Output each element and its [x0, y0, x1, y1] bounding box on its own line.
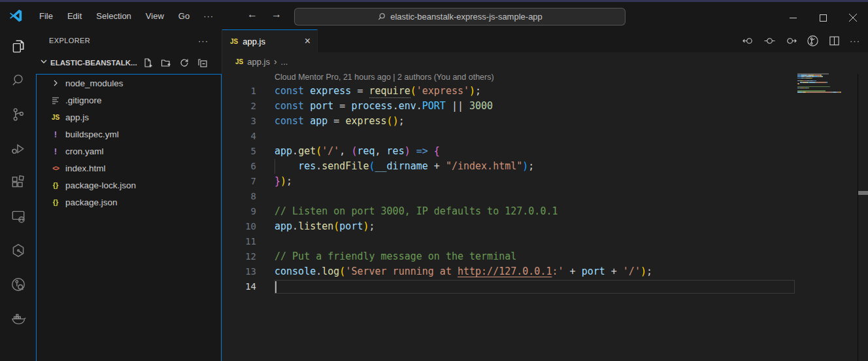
run-debug-icon[interactable]: [0, 131, 36, 165]
tree-item-.gitignore[interactable]: .gitignore: [37, 92, 221, 109]
new-file-icon[interactable]: [142, 58, 153, 68]
vscode-window: FileEditSelectionViewGo ··· ← → elastic-…: [0, 0, 868, 361]
docker-icon[interactable]: [0, 301, 36, 335]
tree-item-node_modules[interactable]: node_modules: [37, 75, 221, 92]
scrollbar[interactable]: [858, 74, 868, 361]
tab-appjs[interactable]: app.js ×: [222, 29, 318, 52]
new-folder-icon[interactable]: [161, 58, 171, 68]
code-text: const app = express();: [275, 114, 405, 129]
line-number[interactable]: 8: [222, 189, 275, 204]
tree-item-buildspec.yml[interactable]: buildspec.yml: [37, 126, 221, 143]
line-number[interactable]: 1: [222, 84, 275, 99]
search-value: elastic-beanstalk-express-js-sample-app: [390, 12, 542, 22]
indent-guide: [275, 159, 275, 174]
extensions-icon[interactable]: [0, 165, 36, 199]
workspace-section-header[interactable]: ELASTIC-BEANSTALK...: [36, 52, 222, 74]
code-text: const port = process.env.PORT || 3000: [275, 99, 493, 114]
tab-close-icon[interactable]: ×: [305, 36, 310, 46]
editor-more-actions[interactable]: ···: [850, 36, 860, 46]
code-line-5[interactable]: 5app.get('/', (req, res) => {: [222, 144, 868, 159]
code-editor[interactable]: Cloud Mentor Pro, 21 hours ago | 2 autho…: [222, 71, 868, 294]
tree-item-app.js[interactable]: app.js: [37, 109, 221, 126]
line-number[interactable]: 14: [222, 279, 275, 294]
line-number[interactable]: 10: [222, 219, 275, 234]
code-line-8[interactable]: 8: [222, 189, 868, 204]
codelens-blame[interactable]: Cloud Mentor Pro, 21 hours ago | 2 autho…: [222, 71, 868, 84]
code-text: app.get('/', (req, res) => {: [275, 144, 440, 159]
maximize-icon[interactable]: [808, 4, 838, 31]
refresh-icon[interactable]: [179, 58, 190, 68]
file-label: node_modules: [65, 78, 124, 88]
file-label: package-lock.json: [65, 180, 136, 190]
explorer-more-button[interactable]: ···: [198, 36, 209, 46]
code-line-7[interactable]: 7});: [222, 174, 868, 189]
js-icon: [50, 112, 61, 122]
code-text: app.listen(port);: [275, 219, 375, 234]
line-number[interactable]: 13: [222, 264, 275, 279]
menu-selection[interactable]: Selection: [89, 9, 138, 24]
text-cursor: [275, 281, 276, 293]
forward-arrow-icon[interactable]: →: [270, 9, 283, 20]
minimize-icon[interactable]: [778, 4, 808, 31]
explorer-icon[interactable]: [0, 29, 36, 63]
line-number[interactable]: 3: [222, 114, 275, 129]
minimap[interactable]: [797, 73, 856, 95]
code-lines: 1const express = require('express');2con…: [222, 84, 868, 294]
code-line-6[interactable]: 6 res.sendFile(__dirname + "/index.html"…: [222, 159, 868, 174]
search-input[interactable]: elastic-beanstalk-express-js-sample-app: [294, 8, 626, 26]
tree-item-index.html[interactable]: index.html: [37, 160, 221, 177]
line-number[interactable]: 4: [222, 129, 275, 144]
split-editor-icon[interactable]: [828, 35, 841, 47]
file-label: .gitignore: [65, 95, 102, 105]
line-number[interactable]: 2: [222, 99, 275, 114]
tree-item-cron.yaml[interactable]: cron.yaml: [37, 143, 221, 160]
breadcrumb-symbol[interactable]: ...: [281, 57, 288, 67]
menu-file[interactable]: File: [32, 9, 60, 24]
line-number[interactable]: 6: [222, 159, 275, 174]
line-number[interactable]: 5: [222, 144, 275, 159]
code-line-13[interactable]: 13console.log('Server running at http://…: [222, 264, 868, 279]
chevron-down-icon: [39, 56, 49, 69]
menu-go[interactable]: Go: [171, 9, 197, 24]
menu-view[interactable]: View: [139, 9, 171, 24]
tree-item-package.json[interactable]: package.json: [37, 194, 221, 211]
hexagon-extension-icon[interactable]: [0, 233, 36, 267]
explorer-actions: [142, 58, 208, 68]
commit-graph-icon[interactable]: [807, 35, 819, 47]
search-view-icon[interactable]: [0, 63, 36, 97]
gitlens-icon[interactable]: [0, 267, 36, 301]
code-line-4[interactable]: 4: [222, 129, 868, 144]
menu-edit[interactable]: Edit: [60, 9, 89, 24]
code-line-9[interactable]: 9// Listen on port 3000, IP defaults to …: [222, 204, 868, 219]
code-line-10[interactable]: 10app.listen(port);: [222, 219, 868, 234]
line-number[interactable]: 9: [222, 204, 275, 219]
tree-item-package-lock.json[interactable]: package-lock.json: [37, 177, 221, 194]
code-line-12[interactable]: 12// Put a friendly message on the termi…: [222, 249, 868, 264]
code-line-3[interactable]: 3const app = express();: [222, 114, 868, 129]
line-number[interactable]: 7: [222, 174, 275, 189]
file-label: index.html: [65, 163, 106, 173]
breadcrumb-separator-icon: [274, 56, 277, 67]
line-number[interactable]: 11: [222, 234, 275, 249]
menu-bar: FileEditSelectionViewGo: [32, 9, 197, 24]
code-line-2[interactable]: 2const port = process.env.PORT || 3000: [222, 99, 868, 114]
js-file-icon: [235, 58, 243, 65]
back-arrow-icon[interactable]: ←: [246, 9, 259, 20]
open-changes-icon[interactable]: [763, 35, 776, 47]
code-line-11[interactable]: 11: [222, 234, 868, 249]
code-line-1[interactable]: 1const express = require('express');: [222, 84, 868, 99]
line-number[interactable]: 12: [222, 249, 275, 264]
remote-explorer-icon[interactable]: [0, 199, 36, 233]
breadcrumb[interactable]: app.js ...: [222, 52, 868, 71]
code-text: res.sendFile(__dirname + "/index.html");: [275, 159, 534, 174]
previous-change-icon[interactable]: [742, 35, 754, 47]
close-icon[interactable]: [838, 4, 868, 31]
menu-more-button[interactable]: ···: [197, 9, 220, 24]
code-line-14[interactable]: 14: [222, 279, 868, 294]
search-icon: [377, 12, 386, 21]
activity-bar: [0, 29, 36, 361]
next-change-icon[interactable]: [785, 35, 797, 47]
source-control-icon[interactable]: [0, 97, 36, 131]
collapse-folders-icon[interactable]: [197, 58, 208, 68]
breadcrumb-file[interactable]: app.js: [247, 57, 270, 67]
